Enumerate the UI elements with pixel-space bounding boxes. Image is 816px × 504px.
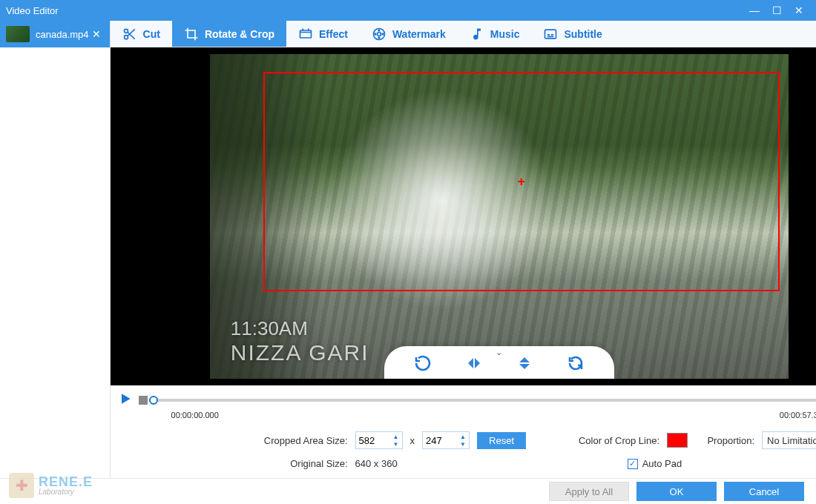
cancel-button[interactable]: Cancel [724, 482, 804, 501]
main-area: canada.mp4 ✕ Cut Rotate & Crop [0, 21, 816, 478]
maximize-button[interactable]: ☐ [766, 4, 788, 16]
svg-rect-2 [300, 30, 312, 38]
tab-music-label: Music [490, 28, 520, 40]
svg-point-5 [378, 30, 380, 31]
subtitle-icon [543, 27, 558, 42]
reset-button[interactable]: Reset [477, 432, 526, 449]
svg-point-8 [382, 33, 384, 35]
brand-logo: ✚ RENE.E Laboratory [9, 473, 93, 498]
crop-center-marker[interactable]: + [518, 174, 526, 190]
overlay-time: 11:30AM [231, 317, 369, 340]
width-down[interactable]: ▼ [390, 440, 402, 448]
seek-thumb[interactable] [149, 396, 158, 405]
play-button[interactable] [118, 391, 133, 409]
rotate-cw-button[interactable] [412, 352, 434, 374]
reset-transform-button[interactable] [565, 352, 587, 374]
watermark-icon [372, 27, 386, 42]
crop-settings: Cropped Area Size: ▲▼ x ▲▼ Reset Color o… [111, 422, 816, 478]
apply-to-all-button[interactable]: Apply to All [549, 482, 629, 501]
crop-height-field[interactable] [423, 435, 454, 446]
crop-rectangle[interactable]: + [263, 72, 780, 291]
tab-effect[interactable]: Effect [286, 21, 360, 47]
end-time-label: 00:00:57.377 [780, 411, 816, 420]
time-row: 00:00:00.000 00:00:57.377 [111, 411, 816, 422]
tab-watermark-label: Watermark [392, 28, 446, 40]
width-up[interactable]: ▲ [390, 433, 402, 440]
minimize-button[interactable]: — [743, 4, 766, 16]
proportion-label: Proportion: [695, 435, 754, 446]
crop-color-label: Color of Crop Line: [556, 435, 659, 446]
start-time-label: 00:00:00.000 [171, 411, 219, 420]
autopad-label: Auto Pad [642, 458, 682, 469]
ok-button[interactable]: OK [636, 482, 717, 501]
file-sidebar: canada.mp4 ✕ [0, 21, 111, 478]
proportion-value: No Limitation [767, 435, 816, 446]
original-size-label: Original Size: [125, 458, 348, 469]
transform-panel: ⌄ [384, 346, 614, 379]
stop-button[interactable] [139, 396, 148, 405]
svg-point-4 [377, 32, 381, 36]
preview-area: + 11:30AM NIZZA GARI ⌄ [111, 47, 816, 385]
tab-watermark[interactable]: Watermark [360, 21, 458, 47]
file-thumbnail [6, 26, 30, 42]
svg-point-1 [124, 35, 128, 39]
flip-vertical-button[interactable] [513, 352, 536, 374]
edit-toolbar: Cut Rotate & Crop Effect Watermark [111, 21, 816, 47]
crop-width-field[interactable] [356, 435, 387, 446]
svg-point-6 [378, 37, 380, 39]
tab-cut-label: Cut [143, 28, 160, 40]
panel-collapse-caret[interactable]: ⌄ [496, 348, 502, 357]
autopad-checkbox[interactable]: ✓ Auto Pad [628, 458, 682, 469]
tab-effect-label: Effect [319, 28, 348, 40]
tab-subtitle[interactable]: Subtitle [531, 21, 613, 47]
proportion-select[interactable]: No Limitation ▼ [762, 431, 816, 449]
title-bar: Video Editor — ☐ ✕ [0, 0, 816, 21]
crop-height-input[interactable]: ▲▼ [422, 431, 470, 449]
tab-rotate-crop[interactable]: Rotate & Crop [172, 21, 286, 47]
crop-color-swatch[interactable] [667, 433, 688, 448]
content-area: Cut Rotate & Crop Effect Watermark [111, 21, 816, 478]
tab-subtitle-label: Subtitle [564, 28, 602, 40]
svg-point-0 [124, 29, 128, 33]
window-title: Video Editor [6, 5, 743, 16]
size-separator: x [410, 435, 415, 446]
logo-badge-icon: ✚ [9, 473, 34, 498]
tab-rotate-crop-label: Rotate & Crop [205, 28, 274, 40]
crop-width-input[interactable]: ▲▼ [355, 431, 403, 449]
music-icon [470, 27, 484, 42]
original-size-value: 640 x 360 [355, 458, 398, 469]
video-overlay-text: 11:30AM NIZZA GARI [231, 317, 369, 365]
tab-music[interactable]: Music [458, 21, 532, 47]
flip-horizontal-button[interactable] [463, 352, 485, 374]
cropped-area-label: Cropped Area Size: [125, 435, 348, 446]
svg-point-7 [375, 33, 376, 35]
video-frame[interactable]: + 11:30AM NIZZA GARI ⌄ [210, 54, 789, 379]
tab-cut[interactable]: Cut [111, 21, 172, 47]
file-tab[interactable]: canada.mp4 ✕ [0, 21, 110, 47]
overlay-place: NIZZA GARI [231, 340, 369, 365]
file-name-label: canada.mp4 [36, 29, 89, 40]
logo-line2: Laboratory [39, 488, 93, 496]
scissors-icon [122, 27, 137, 42]
logo-line1: RENE.E [39, 475, 93, 488]
height-down[interactable]: ▼ [457, 440, 469, 448]
seek-slider[interactable] [154, 393, 816, 408]
effect-icon [298, 27, 313, 42]
file-close-button[interactable]: ✕ [89, 28, 104, 40]
footer-bar: Apply to All OK Cancel [0, 478, 816, 504]
close-button[interactable]: ✕ [788, 4, 810, 16]
crop-icon [184, 27, 199, 42]
check-icon: ✓ [628, 459, 638, 469]
height-up[interactable]: ▲ [457, 433, 469, 440]
